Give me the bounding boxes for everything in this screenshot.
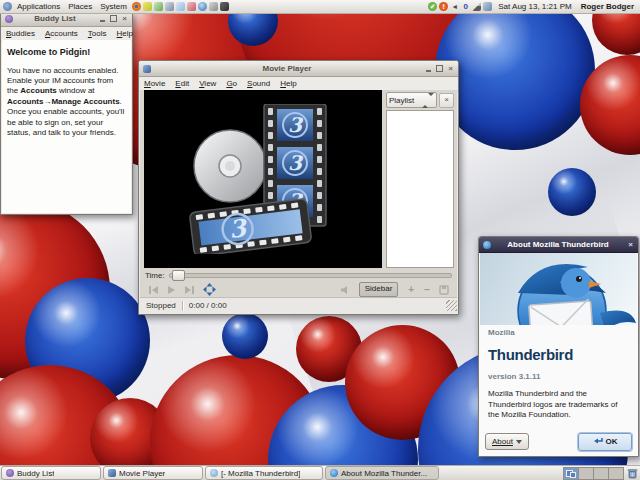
ok-button[interactable]: OK [578, 433, 632, 451]
buddy-list-title: Buddy List [14, 14, 96, 23]
task-button-buddy-list[interactable]: Buddy List [1, 466, 101, 480]
screenshot-icon[interactable] [209, 2, 218, 11]
play-button[interactable] [167, 285, 176, 295]
thunderbird-icon [330, 469, 338, 477]
workspace-1[interactable] [564, 468, 579, 479]
web-browser-icon[interactable] [198, 2, 207, 11]
seek-slider-handle[interactable] [172, 270, 185, 281]
volume-icon[interactable] [340, 285, 350, 295]
time-label: Time: [145, 271, 165, 280]
buddies-menu[interactable]: Buddies [1, 27, 40, 40]
applications-menu[interactable]: Applications [13, 0, 64, 13]
totem-logo: 3 3 3 [178, 104, 348, 254]
about-dropdown-button[interactable]: About [485, 433, 529, 450]
panel-clock[interactable]: Sat Aug 13, 1:21 PM [493, 2, 576, 11]
thunderbird-logo-panel [480, 253, 637, 325]
alert-icon[interactable]: ! [439, 2, 448, 11]
playlist-list[interactable] [386, 110, 454, 268]
resize-grip[interactable] [446, 300, 457, 311]
sidebar-toggle-button[interactable]: Sidebar [359, 282, 399, 297]
workspace-4[interactable] [609, 468, 623, 479]
package-manager-icon[interactable] [187, 2, 196, 11]
buddy-list-menubar: Buddies Accounts Tools Help [1, 27, 132, 41]
trash-icon[interactable] [627, 468, 638, 479]
task-button-thunderbird[interactable]: [- Mozilla Thunderbird] [205, 466, 323, 480]
maximize-button[interactable] [109, 14, 118, 23]
sidebar-close-button[interactable]: × [439, 93, 454, 108]
movie-player-menubar: Movie Edit View Go Sound Help [139, 77, 458, 91]
welcome-text: window at [57, 86, 95, 95]
update-ok-icon[interactable]: ✓ [428, 2, 437, 11]
task-button-movie-player[interactable]: Movie Player [103, 466, 203, 480]
distro-menu-icon[interactable] [3, 2, 12, 11]
trademark-text: Mozilla Thunderbird and the Thunderbird … [488, 389, 629, 420]
about-thunderbird-dialog: About Mozilla Thunderbird × [478, 236, 639, 457]
terminal-icon[interactable] [220, 2, 229, 11]
places-menu[interactable]: Places [64, 0, 96, 13]
about-dialog-buttons: About OK [485, 433, 632, 450]
close-button[interactable]: × [626, 240, 635, 249]
task-button-label: About Mozilla Thunder... [341, 469, 427, 478]
save-playlist-button[interactable] [439, 285, 449, 295]
movie-player-icon [108, 469, 116, 477]
ok-button-label: OK [606, 437, 618, 446]
help-menu[interactable]: Help [275, 77, 301, 90]
firefox-icon[interactable] [132, 2, 141, 11]
movie-menu[interactable]: Movie [139, 77, 170, 90]
about-dialog-titlebar[interactable]: About Mozilla Thunderbird × [479, 237, 638, 253]
pidgin-icon [5, 15, 13, 23]
thunderbird-icon [210, 469, 218, 477]
playlist-type-select[interactable]: Playlist [386, 92, 437, 108]
time-display: 0:00 / 0:00 [183, 301, 233, 310]
close-button[interactable]: × [120, 14, 129, 23]
maximize-button[interactable] [435, 64, 444, 73]
workspace-2[interactable] [579, 468, 594, 479]
workspace-3[interactable] [594, 468, 609, 479]
playlist-add-button[interactable]: + [408, 284, 414, 296]
desktop: Applications Places System ✓ ! ◄ 0 Sat A… [0, 0, 640, 480]
system-menu[interactable]: System [96, 0, 131, 13]
playlist-remove-button[interactable]: − [424, 284, 430, 296]
close-button[interactable]: × [446, 64, 455, 73]
notes-icon[interactable] [483, 2, 492, 11]
help-menu[interactable]: Help [112, 27, 138, 40]
evolution-icon[interactable] [143, 2, 152, 11]
go-menu[interactable]: Go [221, 77, 242, 90]
movie-player-titlebar[interactable]: Movie Player × [139, 61, 458, 77]
playlist-select-value: Playlist [389, 96, 422, 105]
edit-menu[interactable]: Edit [170, 77, 194, 90]
task-button-label: [- Mozilla Thunderbird] [221, 469, 300, 478]
view-menu[interactable]: View [194, 77, 221, 90]
movie-player-title: Movie Player [152, 64, 422, 73]
buddy-list-window: Buddy List × Buddies Accounts Tools Help… [0, 10, 133, 215]
task-button-about-thunderbird[interactable]: About Mozilla Thunder... [325, 466, 439, 480]
volume-icon[interactable]: ◄ [450, 2, 459, 11]
fullscreen-button[interactable] [203, 283, 216, 296]
about-dialog-title: About Mozilla Thunderbird [492, 240, 624, 249]
openoffice-calc-icon[interactable] [154, 2, 163, 11]
playback-controls: Sidebar + − [140, 282, 457, 297]
thunderbird-icon [483, 241, 491, 249]
openoffice-impress-icon[interactable] [165, 2, 174, 11]
welcome-heading: Welcome to Pidgin! [7, 47, 126, 59]
enter-arrow-icon [593, 437, 603, 446]
openoffice-writer-icon[interactable] [176, 2, 185, 11]
accounts-menu[interactable]: Accounts [40, 27, 83, 40]
next-button[interactable] [184, 285, 195, 295]
about-dialog-body: Mozilla Thunderbird version 3.1.11 Mozil… [480, 325, 637, 428]
wallpaper-ball [222, 313, 268, 359]
movie-player-statusbar: Stopped 0:00 / 0:00 [140, 297, 457, 313]
panel-user-name[interactable]: Roger Bodger [577, 2, 638, 11]
minimize-button[interactable] [98, 14, 107, 23]
video-display-area[interactable]: 3 3 3 [144, 90, 382, 268]
keyboard-indicator-icon[interactable]: 0 [461, 2, 470, 11]
mozilla-wordmark: Mozilla [488, 328, 629, 338]
seek-slider[interactable] [169, 273, 452, 278]
network-signal-icon[interactable] [472, 2, 481, 11]
sound-menu[interactable]: Sound [242, 77, 275, 90]
minimize-button[interactable] [424, 64, 433, 73]
tools-menu[interactable]: Tools [83, 27, 112, 40]
task-button-label: Buddy List [17, 469, 54, 478]
thunderbird-wordmark: Thunderbird [488, 345, 629, 365]
previous-button[interactable] [148, 285, 159, 295]
